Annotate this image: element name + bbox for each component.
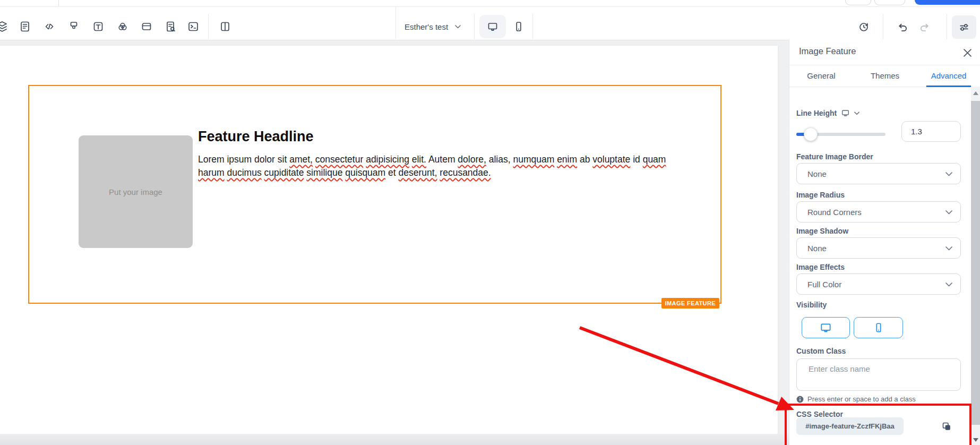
terminal-icon [187, 20, 200, 33]
mobile-icon [512, 20, 525, 33]
visibility-desktop-button[interactable] [802, 317, 850, 338]
project-name: Esther's test [405, 22, 448, 31]
document-search-icon [164, 20, 177, 33]
columns-icon [219, 20, 231, 33]
project-selector[interactable]: Esther's test [405, 17, 461, 36]
scrollbar-down-arrow[interactable] [973, 438, 978, 442]
editor-app: Esther's test [0, 0, 980, 445]
chevron-down-icon [945, 172, 952, 176]
image-radius-select[interactable]: Round Corners [796, 201, 961, 222]
toolbar-divider [947, 14, 947, 39]
code-icon [43, 20, 56, 33]
tab-general[interactable]: General [789, 65, 853, 87]
settings-button[interactable] [952, 15, 976, 39]
layers-icon [0, 20, 8, 33]
toolbar-divider [883, 14, 883, 39]
desktop-preview-button[interactable] [479, 15, 506, 38]
chevron-down-icon [945, 246, 952, 251]
terminal-tool-button[interactable] [184, 17, 203, 36]
image-radius-label: Image Radius [796, 191, 845, 199]
panel-scrollbar[interactable] [971, 87, 980, 445]
history-icon [857, 20, 870, 33]
toolbar-divider [396, 7, 396, 39]
panel-header: Image Feature [789, 39, 980, 65]
custom-class-input[interactable] [796, 358, 961, 391]
brush-icon [67, 20, 80, 33]
scrollbar-up-arrow[interactable] [973, 91, 978, 95]
annotation-highlight-rectangle [785, 404, 972, 445]
layers-tool-button[interactable] [0, 17, 12, 36]
partial-primary-button[interactable] [915, 0, 980, 5]
close-icon [964, 49, 972, 57]
image-shadow-select[interactable]: None [796, 237, 961, 259]
properties-panel: Image Feature General Themes Advanced Li… [789, 39, 980, 445]
partial-button-1[interactable] [845, 0, 871, 5]
feature-image-border-select[interactable]: None [796, 163, 961, 184]
line-height-label: Line Height [796, 109, 859, 117]
card-icon [140, 20, 153, 33]
partial-button-2[interactable] [874, 0, 905, 5]
mobile-icon [873, 322, 884, 333]
main-toolbar: Esther's test [0, 6, 980, 40]
info-icon [796, 396, 804, 403]
toolbar-divider [474, 14, 475, 39]
card-tool-button[interactable] [137, 17, 156, 36]
notes-icon [19, 20, 31, 33]
columns-tool-button[interactable] [216, 17, 235, 36]
colors-tool-button[interactable] [113, 17, 132, 36]
redo-button[interactable] [915, 17, 934, 36]
visibility-mobile-button[interactable] [854, 317, 903, 338]
feature-image-border-label: Feature Image Border [796, 152, 873, 161]
custom-class-label: Custom Class [796, 347, 846, 355]
toolbar-divider [208, 14, 209, 39]
desktop-icon [486, 20, 499, 33]
tab-advanced[interactable]: Advanced [917, 65, 980, 87]
image-shadow-label: Image Shadow [796, 227, 848, 235]
code-tool-button[interactable] [40, 17, 59, 36]
slider-handle[interactable] [804, 127, 818, 141]
toolbar-divider [532, 14, 533, 39]
brush-tool-button[interactable] [64, 17, 83, 36]
history-button[interactable] [854, 17, 873, 36]
chevron-down-icon[interactable] [854, 112, 859, 115]
header-divider [58, 0, 59, 7]
chevron-down-icon [455, 25, 461, 29]
visibility-label: Visibility [796, 301, 827, 309]
text-tool-button[interactable] [89, 17, 108, 36]
color-circles-icon [116, 20, 129, 33]
mobile-preview-button[interactable] [507, 15, 530, 38]
block-type-badge[interactable]: IMAGE FEATURE [661, 298, 719, 309]
undo-button[interactable] [893, 17, 912, 36]
desktop-icon [820, 322, 832, 334]
notes-tool-button[interactable] [15, 17, 35, 36]
document-search-tool-button[interactable] [161, 17, 180, 36]
panel-tabs: General Themes Advanced [789, 65, 980, 87]
panel-title: Image Feature [799, 46, 856, 56]
chevron-down-icon [945, 283, 952, 287]
top-header-sliver [0, 0, 980, 6]
close-panel-button[interactable] [961, 47, 973, 58]
scrollbar-thumb[interactable] [971, 101, 980, 425]
sliders-icon [958, 21, 970, 33]
text-icon [92, 20, 105, 33]
custom-class-hint: Press enter or space to add a class [796, 395, 916, 403]
desktop-mini-icon[interactable] [841, 109, 850, 117]
design-canvas: IMAGE FEATURE Put your image Feature Hea… [0, 39, 789, 445]
chevron-down-icon [945, 210, 952, 215]
line-height-value-input[interactable] [901, 121, 961, 142]
undo-icon [896, 20, 909, 33]
image-effects-select[interactable]: Full Color [796, 273, 961, 295]
tab-themes[interactable]: Themes [853, 65, 917, 87]
selected-block-outline[interactable]: IMAGE FEATURE [28, 85, 721, 304]
redo-icon [918, 20, 931, 33]
image-effects-label: Image Effects [796, 263, 845, 271]
